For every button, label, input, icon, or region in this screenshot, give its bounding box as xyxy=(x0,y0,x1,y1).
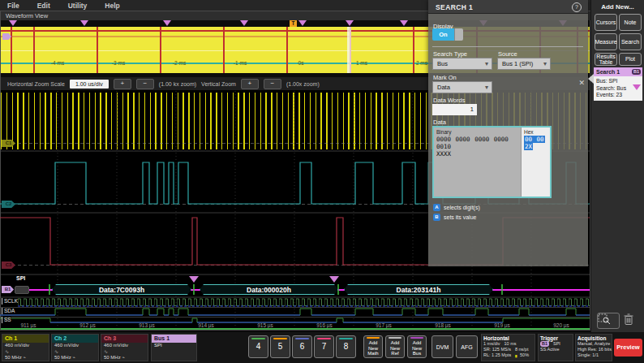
search-card-title: Search 1 xyxy=(596,69,620,75)
divider xyxy=(432,46,583,47)
trigger-settings[interactable]: Trigger B1SPI SS Active xyxy=(538,334,573,361)
binary-pane[interactable]: Binary 0000 0000 0000 0000 0010 XXXX xyxy=(434,127,521,197)
ch1-settings-badge[interactable]: Ch 1 460 mV/div ∿ 50 MHz ⌁ xyxy=(2,334,49,361)
add-plot-button[interactable]: Plot xyxy=(619,53,642,66)
overview-tick: -4 ms xyxy=(51,60,64,66)
search-mark-icon xyxy=(329,276,339,283)
close-icon[interactable]: ✕ xyxy=(578,79,585,87)
bus-packet: Data:203141h xyxy=(344,284,493,295)
hzoom-readout: (1.00 kx zoom) xyxy=(159,81,196,87)
ss-label: SS xyxy=(2,317,11,323)
ss-edge-mark xyxy=(286,27,288,73)
hint-a: A selects digit(s) xyxy=(433,204,480,211)
search-mark-icon xyxy=(189,276,199,283)
acquisition-active-bar xyxy=(1,328,590,330)
data-words-input[interactable]: 1 xyxy=(432,104,477,115)
data-entry-box[interactable]: Binary 0000 0000 0000 0000 0010 XXXX Hex… xyxy=(432,126,552,198)
search-panel-titlebar[interactable]: SEARCH 1 ? xyxy=(428,0,588,14)
hint-b: B sets its value xyxy=(433,214,476,221)
settings-bar: Ch 1 460 mV/div ∿ 50 MHz ⌁ Ch 2 460 mV/d… xyxy=(0,332,644,363)
knob-a-icon: A xyxy=(433,204,440,211)
menu-edit[interactable]: Edit xyxy=(37,2,50,10)
bus-name-label: SPI xyxy=(16,275,25,281)
time-tick: 912 µs xyxy=(79,322,96,328)
slot-4-button[interactable]: 4 xyxy=(248,335,268,358)
slot-8-button[interactable]: 8 xyxy=(336,335,356,358)
ss-edge-mark xyxy=(223,27,225,73)
add-note-button[interactable]: Note xyxy=(619,14,642,31)
vzoom-readout: (1.00x zoom) xyxy=(286,81,320,87)
ss-edge-mark xyxy=(11,27,12,73)
sclk-label: SCLK xyxy=(2,298,18,305)
add-measure-button[interactable]: Measure xyxy=(595,33,617,50)
zoom-window-indicator[interactable] xyxy=(347,27,351,73)
slot-5-button[interactable]: 5 xyxy=(270,335,290,358)
hex-pane[interactable]: Hex 00 00 2X xyxy=(521,127,550,197)
dvm-button[interactable]: DVM xyxy=(431,335,453,358)
search-mark-icon xyxy=(633,84,641,90)
hzoom-minus-button[interactable]: − xyxy=(136,79,154,89)
ac-coupling-icon: ∿ xyxy=(2,349,49,356)
source-dropdown[interactable]: Bus 1 (SPI) xyxy=(497,58,551,70)
mark-on-label: Mark On xyxy=(433,74,457,81)
search-result-card[interactable]: Search 1 B1 Bus: SPI Search: Bus Events:… xyxy=(594,67,642,101)
data-label: Data xyxy=(433,119,446,126)
ss-edge-mark xyxy=(97,27,98,73)
search-mark-icon xyxy=(9,20,17,26)
time-tick: 919 µs xyxy=(494,322,510,328)
help-icon[interactable]: ? xyxy=(572,2,582,12)
search-config-panel: SEARCH 1 ? Display On Search Type Bus So… xyxy=(428,0,588,266)
search-type-label: Search Type xyxy=(433,50,467,58)
rl-position-icon: ▖ xyxy=(515,352,518,357)
overview-tick: -1 ms xyxy=(234,60,247,66)
time-tick: 916 µs xyxy=(316,322,333,328)
binary-value[interactable]: 0000 0000 0000 0000 0010 XXXX xyxy=(436,136,518,158)
vzoom-plus-button[interactable]: + xyxy=(241,79,259,89)
mark-on-dropdown[interactable]: Data xyxy=(432,81,492,93)
menu-utility[interactable]: Utility xyxy=(68,2,88,10)
search-mark-icon xyxy=(163,20,171,26)
bus-source-badge: B1 xyxy=(632,69,641,75)
vzoom-minus-button[interactable]: − xyxy=(264,79,281,89)
time-tick: 917 µs xyxy=(376,322,392,328)
time-tick: 920 µs xyxy=(553,322,569,328)
toggle-knob xyxy=(454,28,463,41)
hex-value[interactable]: 00 00 2X xyxy=(524,136,547,150)
trigger-position-marker[interactable]: T xyxy=(290,20,297,27)
horizontal-settings[interactable]: Horizontal 1 ms/div10 ms SR: 125 MS/s8 n… xyxy=(481,334,535,361)
display-toggle[interactable]: On xyxy=(432,28,463,41)
binary-header: Binary xyxy=(436,129,518,135)
hzoom-scale-input[interactable]: 1.00 us/div xyxy=(70,80,109,89)
time-tick: 915 µs xyxy=(257,322,273,328)
add-new-bus-button[interactable]: Add New Bus xyxy=(407,335,427,358)
preview-button[interactable]: Preview xyxy=(614,339,642,357)
sda-label: SDA xyxy=(2,308,15,314)
search-type-dropdown[interactable]: Bus xyxy=(432,58,492,70)
hzoom-plus-button[interactable]: + xyxy=(114,79,131,89)
menu-help[interactable]: Help xyxy=(105,2,119,10)
search-mark-icon xyxy=(240,20,248,26)
menu-file[interactable]: File xyxy=(7,2,19,10)
ch3-settings-badge[interactable]: Ch 3 460 mV/div ∿ 50 MHz ⌁ xyxy=(101,334,148,361)
probe-icon: ⌁ xyxy=(72,355,75,360)
add-cursors-button[interactable]: Cursors xyxy=(595,14,617,31)
add-results-table-button[interactable]: Results Table xyxy=(595,53,617,66)
add-new-math-button[interactable]: Add New Math xyxy=(363,335,383,358)
add-new-ref-button[interactable]: Add New Ref xyxy=(385,335,405,358)
time-tick: 918 µs xyxy=(435,322,451,328)
hex-header: Hex xyxy=(524,129,547,135)
bus-collapse-button[interactable] xyxy=(15,286,29,294)
acquisition-settings[interactable]: Acquisition Manual, Analyze High Res: 16… xyxy=(575,334,612,361)
zoom-to-marks-button[interactable] xyxy=(597,313,620,329)
slot-6-button[interactable]: 6 xyxy=(292,335,312,358)
overview-tick: 1 ms xyxy=(356,60,367,66)
add-new-label: Add New... xyxy=(591,3,644,11)
bus1-settings-badge[interactable]: Bus 1 SPI xyxy=(151,334,197,361)
afg-button[interactable]: AFG xyxy=(456,335,478,358)
add-search-button[interactable]: Search xyxy=(619,33,642,50)
ss-edge-mark xyxy=(33,27,35,73)
trash-icon[interactable] xyxy=(623,313,644,329)
ch2-settings-badge[interactable]: Ch 2 460 mV/div ∿ 50 MHz ⌁ xyxy=(51,334,99,361)
time-tick: 914 µs xyxy=(198,322,214,328)
slot-7-button[interactable]: 7 xyxy=(314,335,334,358)
